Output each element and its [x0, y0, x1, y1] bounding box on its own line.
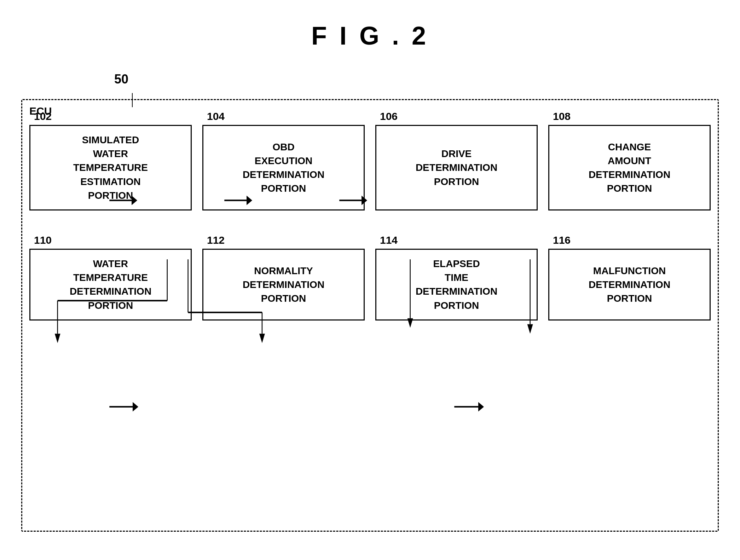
- svg-marker-7: [527, 324, 533, 334]
- block-112: 112 NORMALITYDETERMINATIONPORTION: [202, 249, 365, 321]
- block-108: 108 CHANGEAMOUNTDETERMINATIONPORTION: [548, 125, 711, 210]
- ref-112: 112: [207, 233, 225, 248]
- page-title: F I G . 2: [0, 0, 740, 71]
- block-112-text: NORMALITYDETERMINATIONPORTION: [243, 264, 324, 306]
- block-108-text: CHANGEAMOUNTDETERMINATIONPORTION: [589, 140, 670, 196]
- svg-marker-19: [133, 402, 138, 412]
- block-106-text: DRIVEDETERMINATIONPORTION: [416, 147, 497, 189]
- block-116: 116 MALFUNCTIONDETERMINATIONPORTION: [548, 249, 711, 321]
- svg-marker-21: [478, 402, 484, 412]
- block-104: 104 OBDEXECUTIONDETERMINATIONPORTION: [202, 125, 365, 210]
- block-116-text: MALFUNCTIONDETERMINATIONPORTION: [589, 264, 670, 306]
- ref-104: 104: [207, 109, 225, 124]
- ecu-ref-line: [132, 93, 133, 107]
- block-110: 110 WATERTEMPERATUREDETERMINATIONPORTION: [29, 249, 192, 321]
- ref-102: 102: [34, 109, 52, 124]
- block-114-text: ELAPSEDTIMEDETERMINATIONPORTION: [416, 257, 497, 312]
- block-104-text: OBDEXECUTIONDETERMINATIONPORTION: [243, 140, 324, 196]
- ref-106: 106: [380, 109, 398, 124]
- ref-108: 108: [553, 109, 571, 124]
- block-102: 102 SIMULATEDWATERTEMPERATUREESTIMATIONP…: [29, 125, 192, 210]
- ref-116: 116: [553, 233, 571, 248]
- svg-marker-15: [259, 334, 265, 343]
- block-114: 114 ELAPSEDTIMEDETERMINATIONPORTION: [375, 249, 538, 321]
- ref-110: 110: [34, 233, 52, 248]
- ecu-ref-label: 50: [114, 72, 128, 87]
- block-106: 106 DRIVEDETERMINATIONPORTION: [375, 125, 538, 210]
- ecu-container: 50 ECU 102 SIMULATEDWATERTEMPERATUREESTI…: [21, 99, 719, 532]
- svg-marker-11: [55, 334, 60, 343]
- block-110-text: WATERTEMPERATUREDETERMINATIONPORTION: [70, 257, 151, 312]
- ref-114: 114: [380, 233, 398, 248]
- block-102-text: SIMULATEDWATERTEMPERATUREESTIMATIONPORTI…: [73, 133, 148, 202]
